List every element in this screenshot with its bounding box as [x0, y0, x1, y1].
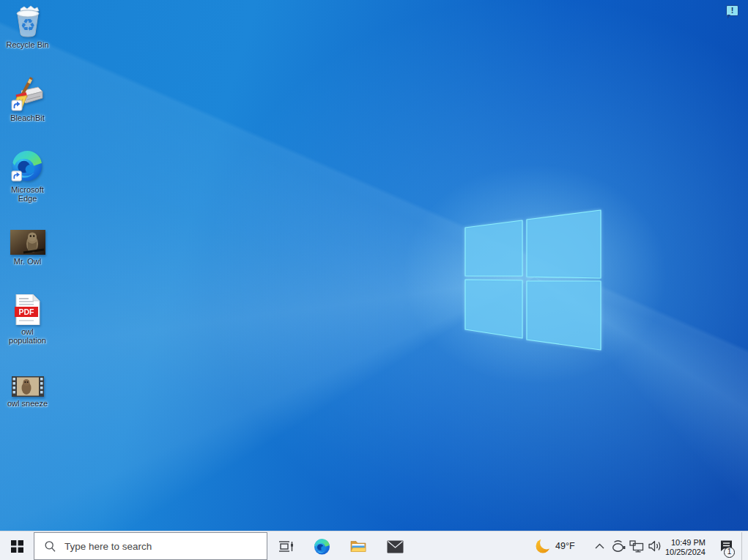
notification-count-badge: 1: [724, 547, 735, 558]
taskbar-clock[interactable]: 10:49 PM 10/25/2024: [659, 534, 706, 559]
windows-start-icon: [11, 540, 23, 553]
desktop-icon-owl-population[interactable]: PDF owl population: [0, 294, 55, 345]
taskbar-file-explorer-button[interactable]: [342, 532, 374, 560]
task-view-button[interactable]: [270, 532, 302, 560]
edge-icon: [11, 149, 45, 183]
windows-logo-wallpaper: [459, 205, 606, 354]
icon-label: owl population: [4, 328, 52, 345]
search-icon: [44, 540, 56, 553]
icon-label: BleachBit: [4, 114, 52, 123]
desktop-icon-mr-owl[interactable]: Mr. Owl: [0, 230, 55, 266]
clock-time: 10:49 PM: [659, 538, 706, 548]
taskbar-search-box[interactable]: Type here to search: [34, 532, 267, 560]
desktop-icon-microsoft-edge[interactable]: Microsoft Edge: [0, 149, 55, 203]
desktop-icon-bleachbit[interactable]: BleachBit: [0, 76, 55, 123]
taskbar-edge-button[interactable]: [306, 532, 338, 560]
edge-icon: [314, 538, 331, 556]
moon-weather-icon: [534, 537, 552, 555]
meet-now-tray-button[interactable]: [610, 531, 626, 560]
network-tray-button[interactable]: [628, 531, 645, 560]
pdf-file-icon: PDF: [13, 294, 42, 325]
file-explorer-icon: [349, 538, 367, 556]
icon-label: Microsoft Edge: [4, 186, 52, 203]
task-view-icon: [278, 539, 294, 554]
mail-icon: [387, 540, 404, 553]
ethernet-network-icon: [629, 540, 644, 553]
weather-tray-item[interactable]: [534, 537, 552, 555]
icon-label: owl sneeze: [4, 400, 52, 408]
start-button[interactable]: [0, 532, 34, 560]
desktop-icon-recycle-bin[interactable]: ♻ Recycle Bin: [0, 4, 55, 50]
recycle-bin-icon: ♻: [12, 4, 44, 38]
desktop-icon-owl-sneeze[interactable]: owl sneeze: [0, 376, 55, 408]
taskbar-mail-button[interactable]: [379, 532, 411, 560]
taskbar: Type here to search: [0, 531, 748, 560]
clock-date: 10/25/2024: [659, 548, 706, 557]
icon-label: Mr. Owl: [4, 258, 52, 266]
show-desktop-divider[interactable]: [741, 532, 742, 560]
weather-temperature[interactable]: 49°F: [555, 531, 575, 560]
chevron-up-icon: [595, 543, 604, 549]
meet-now-camera-icon: [611, 539, 626, 553]
mr-owl-thumbnail: [10, 230, 45, 255]
notification-balloon-icon[interactable]: !: [726, 5, 738, 16]
svg-text:♻: ♻: [20, 15, 35, 34]
icon-label: Recycle Bin: [4, 41, 52, 50]
bleachbit-icon: [11, 76, 45, 111]
owl-sneeze-video-thumbnail: [12, 376, 44, 397]
svg-text:PDF: PDF: [18, 307, 34, 316]
desktop-wallpaper: ♻ Recycle Bin BleachBit: [0, 0, 748, 560]
tray-overflow-chevron[interactable]: [592, 531, 607, 560]
search-placeholder: Type here to search: [64, 541, 152, 552]
